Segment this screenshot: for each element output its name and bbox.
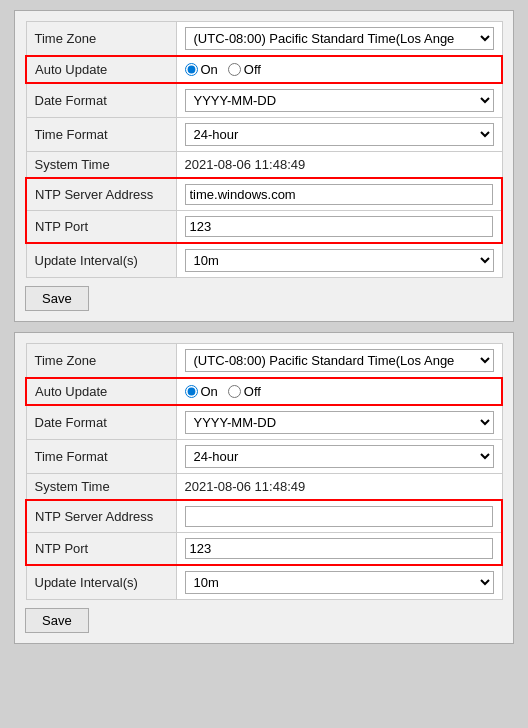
- ntp-server-row-2: NTP Server Address: [26, 500, 502, 533]
- date-format-cell: YYYY-MM-DD: [176, 83, 502, 118]
- panel-1: Time Zone (UTC-08:00) Pacific Standard T…: [14, 10, 514, 322]
- on-radio-2[interactable]: [185, 385, 198, 398]
- time-format-cell: 24-hour: [176, 118, 502, 152]
- auto-update-controls: On Off: [176, 56, 502, 83]
- time-zone-label-2: Time Zone: [26, 344, 176, 379]
- date-format-select[interactable]: YYYY-MM-DD: [185, 89, 494, 112]
- system-time-value-2: 2021-08-06 11:48:49: [176, 474, 502, 501]
- ntp-port-input[interactable]: [185, 216, 494, 237]
- time-format-label-2: Time Format: [26, 440, 176, 474]
- time-format-row-2: Time Format 24-hour: [26, 440, 502, 474]
- ntp-port-row: NTP Port: [26, 211, 502, 244]
- date-format-label-2: Date Format: [26, 405, 176, 440]
- time-format-row: Time Format 24-hour: [26, 118, 502, 152]
- auto-update-label: Auto Update: [26, 56, 176, 83]
- system-time-label: System Time: [26, 152, 176, 179]
- save-button-1[interactable]: Save: [25, 286, 89, 311]
- date-format-cell-2: YYYY-MM-DD: [176, 405, 502, 440]
- system-time-row-2: System Time 2021-08-06 11:48:49: [26, 474, 502, 501]
- update-interval-select[interactable]: 10m: [185, 249, 494, 272]
- time-zone-select-2[interactable]: (UTC-08:00) Pacific Standard Time(Los An…: [185, 349, 494, 372]
- update-interval-cell: 10m: [176, 243, 502, 278]
- save-button-2[interactable]: Save: [25, 608, 89, 633]
- system-time-label-2: System Time: [26, 474, 176, 501]
- off-radio-2[interactable]: [228, 385, 241, 398]
- off-radio[interactable]: [228, 63, 241, 76]
- date-format-select-2[interactable]: YYYY-MM-DD: [185, 411, 494, 434]
- auto-update-controls-2: On Off: [176, 378, 502, 405]
- radio-group: On Off: [185, 62, 494, 77]
- ntp-port-label: NTP Port: [26, 211, 176, 244]
- date-format-row: Date Format YYYY-MM-DD: [26, 83, 502, 118]
- date-format-label: Date Format: [26, 83, 176, 118]
- on-label-2: On: [201, 384, 218, 399]
- ntp-port-input-2[interactable]: [185, 538, 494, 559]
- settings-table-1: Time Zone (UTC-08:00) Pacific Standard T…: [25, 21, 503, 278]
- radio-group-2: On Off: [185, 384, 494, 399]
- ntp-server-label: NTP Server Address: [26, 178, 176, 211]
- auto-update-row-2: Auto Update On Off: [26, 378, 502, 405]
- auto-update-label-2: Auto Update: [26, 378, 176, 405]
- settings-table-2: Time Zone (UTC-08:00) Pacific Standard T…: [25, 343, 503, 600]
- time-zone-label: Time Zone: [26, 22, 176, 57]
- ntp-server-row: NTP Server Address: [26, 178, 502, 211]
- panel-2: Time Zone (UTC-08:00) Pacific Standard T…: [14, 332, 514, 644]
- time-zone-value-cell: (UTC-08:00) Pacific Standard Time(Los An…: [176, 22, 502, 57]
- ntp-server-label-2: NTP Server Address: [26, 500, 176, 533]
- ntp-port-cell-2: [176, 533, 502, 566]
- ntp-port-row-2: NTP Port: [26, 533, 502, 566]
- ntp-server-cell: [176, 178, 502, 211]
- time-format-cell-2: 24-hour: [176, 440, 502, 474]
- ntp-port-label-2: NTP Port: [26, 533, 176, 566]
- update-interval-row-2: Update Interval(s) 10m: [26, 565, 502, 600]
- off-radio-label[interactable]: Off: [228, 62, 261, 77]
- off-radio-label-2[interactable]: Off: [228, 384, 261, 399]
- update-interval-label-2: Update Interval(s): [26, 565, 176, 600]
- system-time-value: 2021-08-06 11:48:49: [176, 152, 502, 179]
- time-format-select[interactable]: 24-hour: [185, 123, 494, 146]
- date-format-row-2: Date Format YYYY-MM-DD: [26, 405, 502, 440]
- off-label: Off: [244, 62, 261, 77]
- off-label-2: Off: [244, 384, 261, 399]
- update-interval-label: Update Interval(s): [26, 243, 176, 278]
- on-radio[interactable]: [185, 63, 198, 76]
- ntp-server-cell-2: [176, 500, 502, 533]
- update-interval-select-2[interactable]: 10m: [185, 571, 494, 594]
- on-radio-label-2[interactable]: On: [185, 384, 218, 399]
- system-time-row: System Time 2021-08-06 11:48:49: [26, 152, 502, 179]
- ntp-server-input-2[interactable]: [185, 506, 494, 527]
- time-zone-select[interactable]: (UTC-08:00) Pacific Standard Time(Los An…: [185, 27, 494, 50]
- on-label: On: [201, 62, 218, 77]
- update-interval-cell-2: 10m: [176, 565, 502, 600]
- ntp-server-input[interactable]: [185, 184, 494, 205]
- update-interval-row: Update Interval(s) 10m: [26, 243, 502, 278]
- time-zone-value-cell-2: (UTC-08:00) Pacific Standard Time(Los An…: [176, 344, 502, 379]
- time-format-select-2[interactable]: 24-hour: [185, 445, 494, 468]
- auto-update-row: Auto Update On Off: [26, 56, 502, 83]
- time-zone-row: Time Zone (UTC-08:00) Pacific Standard T…: [26, 22, 502, 57]
- time-zone-row-2: Time Zone (UTC-08:00) Pacific Standard T…: [26, 344, 502, 379]
- on-radio-label[interactable]: On: [185, 62, 218, 77]
- time-format-label: Time Format: [26, 118, 176, 152]
- ntp-port-cell: [176, 211, 502, 244]
